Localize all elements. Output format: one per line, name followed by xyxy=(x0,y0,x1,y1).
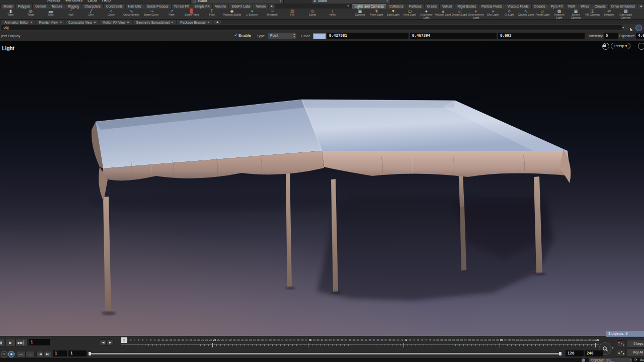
step-mode-button[interactable]: → xyxy=(26,351,35,357)
shelf-tab-fem[interactable]: FEM xyxy=(566,4,578,9)
shelf-tab-sidefx-labs[interactable]: SideFX Labs xyxy=(229,4,253,9)
tool-metaball[interactable]: ∞Metaball xyxy=(262,9,282,19)
next-key-button[interactable]: ▶ xyxy=(107,339,114,346)
tool-platonic-solids[interactable]: ◆Platonic Solids xyxy=(222,9,242,19)
range-slider-right-handle[interactable] xyxy=(559,352,561,355)
pane-tab-menu-icon[interactable] xyxy=(94,22,96,23)
network-path-input[interactable]: obj xyxy=(1,25,622,30)
tool-stereo-camera[interactable]: ▣Stereo Camera xyxy=(568,9,584,19)
menu-labs[interactable]: Labs xyxy=(88,0,97,3)
pane-tab-menu-icon[interactable] xyxy=(127,22,129,23)
shelf-tab-simple-fx[interactable]: Simple FX xyxy=(192,4,212,9)
tool-environment-light[interactable]: ◐Environment Light xyxy=(468,9,485,19)
range-slider[interactable] xyxy=(89,353,561,354)
global-end-field[interactable]: 240 xyxy=(585,350,603,356)
intensity-field[interactable]: 5 xyxy=(604,33,618,39)
tool-circle[interactable]: ○Circle xyxy=(101,9,121,19)
shelf-tab-pyro-fx[interactable]: Pyro FX xyxy=(548,4,565,9)
go-end-button[interactable]: ▶| xyxy=(44,351,51,357)
tool-caustic-light[interactable]: ∿Caustic Light xyxy=(518,9,534,19)
scene-viewport[interactable]: Light Persp ▾ 3 objects, 9 xyxy=(0,41,644,336)
range-start-field[interactable]: 1 xyxy=(68,350,87,356)
current-network-path[interactable]: /obj/Cloth_Stu... xyxy=(589,358,632,362)
tool-null[interactable]: *Null xyxy=(61,9,81,19)
link-indicator-icon[interactable] xyxy=(635,25,642,31)
range-end-field[interactable]: 120 xyxy=(566,350,584,356)
reverse-play-button[interactable]: ▮ xyxy=(0,339,5,346)
shelf-tab-characters[interactable]: Characters xyxy=(82,4,103,9)
snapshot-icon[interactable] xyxy=(638,43,644,50)
channel-scope-icon[interactable] xyxy=(617,349,626,356)
tool-torus[interactable]: ◎Torus xyxy=(21,9,41,19)
playhead[interactable]: 1 xyxy=(121,337,127,343)
tool-helix[interactable]: ≀Helix xyxy=(323,9,343,19)
tool-camera[interactable]: ▣Camera xyxy=(352,9,368,19)
color-swatch[interactable] xyxy=(313,33,326,39)
prev-key-button[interactable]: ◀ xyxy=(100,339,107,346)
menu-assets[interactable]: Assets xyxy=(47,0,60,3)
lock-icon[interactable] xyxy=(602,43,609,50)
stepper-icon[interactable]: ▲▼ xyxy=(293,33,295,38)
shelf-overflow-chevron-icon[interactable]: ▾ xyxy=(347,4,349,8)
shelf-tab-texture[interactable]: Texture xyxy=(49,4,65,9)
view-menu-button[interactable]: Persp ▾ xyxy=(611,43,630,49)
shelf-tab-lights-and-cameras[interactable]: Lights and Cameras xyxy=(352,4,386,9)
tool-file[interactable]: ▤File xyxy=(282,9,302,19)
tool-distant-light[interactable]: ☼Distant Light xyxy=(451,9,468,19)
color-r-field[interactable]: 0.427581 xyxy=(327,33,409,39)
pane-tab-menu-icon[interactable] xyxy=(31,22,32,23)
frame-ruler[interactable]: 1234567891011121314151617181920212223242… xyxy=(121,338,599,348)
tool-portal-light[interactable]: ▱Portal Light xyxy=(534,9,551,19)
play-button[interactable]: ▶ xyxy=(6,339,16,346)
shelf-tab-grains[interactable]: Grains xyxy=(425,4,439,9)
color-g-field[interactable]: 0.467394 xyxy=(410,33,497,39)
scene-selector[interactable]: ◈ Main ▾ xyxy=(311,0,390,4)
auto-update-label[interactable]: Au xyxy=(640,358,644,361)
tool-path[interactable]: ↗Path xyxy=(162,9,182,19)
refresh-icon[interactable]: ⟳ xyxy=(634,358,637,362)
shelf-tab-add[interactable]: + xyxy=(638,4,644,9)
shelf-tab-model[interactable]: Model xyxy=(1,4,15,9)
viewport-canvas[interactable] xyxy=(0,41,644,336)
keys-info-button[interactable]: 0 keys, 0/0 - xyxy=(627,340,644,348)
tool-vr-camera[interactable]: ◫VR Camera xyxy=(584,9,601,19)
tool-draw-curve[interactable]: ↝Draw Curve xyxy=(141,9,162,19)
range-slider-left-handle[interactable] xyxy=(89,352,91,355)
go-to-end-button[interactable]: ▶▶▏ xyxy=(16,339,28,346)
global-start-field[interactable]: 1 xyxy=(53,350,67,356)
shelf-tab-wires[interactable]: Wires xyxy=(578,4,592,9)
shelf-tab-add[interactable]: + xyxy=(269,4,275,9)
chevron-down-icon[interactable]: ▾ xyxy=(612,346,613,349)
audio-toggle[interactable]: ◉ xyxy=(8,351,15,357)
enable-checkbox[interactable]: ✓ Enable xyxy=(234,33,251,38)
tool-spiral[interactable]: ◎Spiral xyxy=(302,9,323,19)
shelf-tab-particle-fluids[interactable]: Particle Fluids xyxy=(479,4,505,9)
shelf-tab-collisions[interactable]: Collisions xyxy=(387,4,406,9)
tool-line[interactable]: ╱Line xyxy=(81,9,101,19)
menu-windows[interactable]: Windows xyxy=(65,0,83,3)
shelf-tab-rigid-bodies[interactable]: Rigid Bodies xyxy=(455,4,478,9)
shelf-tab-particles[interactable]: Particles xyxy=(407,4,424,9)
type-dropdown[interactable]: Point ▲▼ xyxy=(268,33,296,39)
tool-grid[interactable]: ▬Grid xyxy=(41,9,61,19)
shelf-tab-hair-utils[interactable]: Hair Utils xyxy=(126,4,144,9)
up-arrow-icon[interactable]: ↑ xyxy=(630,358,632,361)
pane-tab-menu-icon[interactable] xyxy=(208,22,209,23)
tool-gi-light[interactable]: ○GI Light xyxy=(501,9,518,19)
tool-switcher[interactable]: ⇄Switcher xyxy=(601,9,617,19)
tool-l-system[interactable]: ∗L-System xyxy=(242,9,262,19)
tool-sky-light[interactable]: ◑Sky Light xyxy=(485,9,501,19)
tool-font[interactable]: TFont xyxy=(202,9,222,19)
realtime-toggle[interactable]: ↻ xyxy=(1,351,8,357)
shelf-tab-viscous-fluids[interactable]: Viscous Fluids xyxy=(505,4,531,9)
shelf-tab-crowds[interactable]: Crowds xyxy=(592,4,608,9)
shelf-tab-vellum[interactable]: Vellum xyxy=(253,4,268,9)
go-start-button[interactable]: |◀ xyxy=(36,351,44,357)
keyframe-options-icon[interactable] xyxy=(617,340,626,348)
shelf-tab-drive-simulation[interactable]: Drive Simulation xyxy=(609,4,637,9)
tool-gamepad-camera[interactable]: ▦Gamepad Camera xyxy=(617,9,634,19)
shelf-tab-rigging[interactable]: Rigging xyxy=(65,4,82,9)
tool-ambient-light[interactable]: ◍Ambient Light xyxy=(551,9,568,19)
tool-point-light[interactable]: ☀Point Light xyxy=(368,9,385,19)
tool-spot-light[interactable]: ▼Spot Light xyxy=(385,9,401,19)
